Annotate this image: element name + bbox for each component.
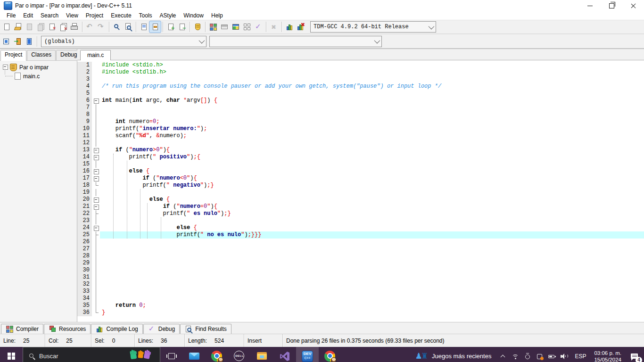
- compile-button[interactable]: [207, 21, 219, 33]
- start-button[interactable]: [0, 347, 23, 362]
- maximize-button[interactable]: [601, 0, 622, 11]
- tray-wifi-button[interactable]: [509, 347, 521, 362]
- clock[interactable]: 03:06 p. m. 15/05/2024: [590, 347, 625, 362]
- compiler-profile-select[interactable]: TDM-GCC 4.9.2 64-bit Release: [310, 21, 436, 33]
- taskbar-app-dell[interactable]: DELL: [228, 347, 251, 362]
- report-tab-resources[interactable]: Resources: [44, 324, 91, 334]
- goto-line-button[interactable]: [149, 21, 161, 33]
- new-file-button[interactable]: [1, 21, 12, 33]
- tray-chevron-up-button[interactable]: [497, 347, 509, 362]
- code-text: else {: [100, 196, 644, 203]
- report-tab-find-results[interactable]: Find Results: [180, 324, 231, 334]
- menu-help[interactable]: Help: [207, 11, 227, 20]
- menu-view[interactable]: View: [62, 11, 82, 20]
- minimize-button[interactable]: [579, 0, 601, 11]
- code-token: ;}: [207, 182, 214, 189]
- menu-window[interactable]: Window: [180, 11, 207, 20]
- tray-volume-button[interactable]: [558, 347, 570, 362]
- remove-from-project-button[interactable]: −: [176, 21, 188, 33]
- undo-button[interactable]: ↶: [84, 21, 96, 33]
- action-center-button[interactable]: 4: [625, 347, 644, 362]
- source-file-icon: [15, 73, 21, 80]
- sidebar-tab-classes[interactable]: Classes: [27, 50, 56, 60]
- collapse-icon[interactable]: [3, 65, 8, 70]
- fold-toggle-icon[interactable]: [92, 175, 100, 182]
- taskbar-app-file-explorer[interactable]: [251, 347, 273, 362]
- battery-icon: [548, 352, 556, 361]
- menu-astyle[interactable]: AStyle: [156, 11, 180, 20]
- redo-button[interactable]: ↷: [96, 21, 107, 33]
- close-button[interactable]: [622, 0, 644, 11]
- open-file-button[interactable]: [12, 21, 24, 33]
- taskbar-app-dev-cpp[interactable]: DEVC++: [296, 347, 319, 362]
- sidebar-tabs: ProjectClassesDebug: [0, 49, 77, 61]
- menu-execute[interactable]: Execute: [107, 11, 135, 20]
- tray-window-badge-button[interactable]: [534, 347, 546, 362]
- compile-run-button[interactable]: [230, 21, 241, 33]
- close-file-button[interactable]: ✕: [46, 21, 58, 33]
- project-tree: Par o impar main.c: [0, 61, 77, 322]
- taskbar-right: ♟♜ Juegos más recientes ESP 03:06 p. m. …: [409, 347, 644, 362]
- class-browser-button[interactable]: [24, 36, 35, 47]
- find-in-files-button[interactable]: [123, 21, 134, 33]
- fold-toggle-icon[interactable]: [92, 168, 100, 175]
- sidebar-tab-project[interactable]: Project: [0, 50, 26, 61]
- abort-button[interactable]: ✖: [268, 21, 280, 33]
- goto-declaration-button[interactable]: [1, 36, 12, 47]
- replace-button[interactable]: [138, 21, 149, 33]
- menu-edit[interactable]: Edit: [19, 11, 37, 20]
- fold-toggle-icon[interactable]: [92, 154, 100, 161]
- window-title: Par o impar - [Par o impar.dev] - Dev-C+…: [15, 2, 132, 9]
- code-token: {: [214, 203, 217, 210]
- taskbar-app-visual-studio[interactable]: [273, 347, 296, 362]
- save-all-button[interactable]: [35, 21, 46, 33]
- run-button[interactable]: [219, 21, 230, 33]
- code-editor[interactable]: 1#include <stdio.h>2#include <stdlib.h>3…: [77, 60, 644, 322]
- taskbar-app-task-view[interactable]: [160, 347, 183, 362]
- fold-toggle-icon[interactable]: [92, 224, 100, 231]
- tree-item-file[interactable]: main.c: [0, 72, 77, 81]
- syntax-check-button[interactable]: ✓: [253, 21, 264, 33]
- fold-toggle-icon[interactable]: [92, 203, 100, 210]
- report-tab-compiler[interactable]: Compiler: [1, 324, 43, 334]
- goto-implementation-button[interactable]: →: [12, 36, 24, 47]
- rebuild-all-button[interactable]: [241, 21, 253, 33]
- menu-search[interactable]: Search: [37, 11, 62, 20]
- goto-declaration-icon: [2, 37, 11, 46]
- code-token: ": [200, 231, 204, 238]
- tray-battery-button[interactable]: [546, 347, 558, 362]
- members-select[interactable]: [209, 36, 382, 47]
- language-indicator[interactable]: ESP: [570, 347, 590, 362]
- find-button[interactable]: [111, 21, 123, 33]
- code-token: [102, 118, 116, 125]
- search-placeholder: Buscar: [39, 353, 58, 360]
- taskbar-app-mail[interactable]: [183, 347, 206, 362]
- tree-item-project[interactable]: Par o impar: [0, 63, 77, 72]
- fold-toggle-icon[interactable]: [92, 147, 100, 154]
- widgets-button[interactable]: ♟♜ Juegos más recientes: [409, 347, 497, 362]
- tab-main-c[interactable]: main.c: [80, 50, 111, 60]
- hand-print-icon: [138, 349, 144, 358]
- report-tab-debug[interactable]: ✓Debug: [143, 324, 180, 334]
- profile-analysis-button[interactable]: [284, 21, 295, 33]
- delete-profiling-button[interactable]: ✖: [295, 21, 306, 33]
- globals-select[interactable]: (globals): [41, 36, 206, 47]
- report-tab-compile-log[interactable]: Compile Log: [91, 324, 142, 334]
- close-all-button[interactable]: ✕: [58, 21, 69, 33]
- tray-phone-link-button[interactable]: [521, 347, 534, 362]
- save-file-button[interactable]: [24, 21, 35, 33]
- fold-toggle-icon[interactable]: [92, 196, 100, 203]
- menu-tools[interactable]: Tools: [135, 11, 156, 20]
- fold-line: [92, 274, 100, 281]
- project-options-button[interactable]: [192, 21, 203, 33]
- add-to-project-button[interactable]: +: [165, 21, 176, 33]
- taskbar-app-chrome-profile-1[interactable]: [206, 347, 228, 362]
- code-line-15: 15: [77, 161, 644, 168]
- menu-project[interactable]: Project: [82, 11, 107, 20]
- fold-toggle-icon[interactable]: [92, 97, 100, 104]
- menu-file[interactable]: File: [3, 11, 19, 20]
- taskbar-app-chrome-profile-2[interactable]: [319, 347, 341, 362]
- chevron-up-icon: [499, 352, 507, 361]
- search-box[interactable]: Buscar: [23, 347, 160, 362]
- print-button[interactable]: [69, 21, 80, 33]
